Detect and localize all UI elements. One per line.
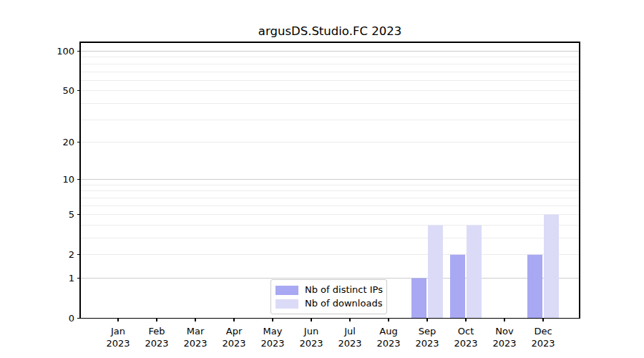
legend-label-downloads: Nb of downloads [305,299,382,309]
y-tick-label-2: 2 [69,249,74,260]
x-tick-label-year-jun: 2023 [299,338,323,349]
x-tick-label-month-jun: Jun [303,326,318,337]
x-tick-label-year-may: 2023 [260,338,284,349]
legend: Nb of distinct IPs Nb of downloads [270,279,387,314]
legend-label-distinct-ips: Nb of distinct IPs [305,285,383,295]
x-tick-label-month-jul: Jul [343,326,356,337]
y-tick-label-0: 0 [69,313,74,324]
x-tick-label-month-feb: Feb [148,326,165,337]
x-tick-label-month-sep: Sep [419,326,436,337]
y-tick-label-5: 5 [69,209,74,220]
bar-sep-distinct-ips [411,278,426,318]
x-tick-label-year-oct: 2023 [454,338,477,349]
x-tick-label-year-feb: 2023 [145,338,168,349]
bar-dec-distinct-ips [527,255,542,319]
x-tick-label-year-dec: 2023 [531,338,555,349]
legend-swatch-distinct-ips [275,286,298,295]
bar-sep-downloads [428,225,443,318]
x-tick-label-month-jan: Jan [110,326,125,337]
x-tick-label-year-sep: 2023 [415,338,439,349]
figure: 0125102050100Jan2023Feb2023Mar2023Apr202… [0,0,644,358]
x-tick-label-month-may: May [263,326,283,337]
x-tick-label-month-nov: Nov [495,326,514,337]
legend-item-downloads: Nb of downloads [275,299,383,309]
plot-area-border [80,42,580,319]
x-tick-label-year-nov: 2023 [492,338,516,349]
bar-dec-downloads [544,215,559,319]
x-tick-label-month-oct: Oct [458,326,474,337]
x-tick-label-month-mar: Mar [187,326,205,337]
x-tick-label-year-aug: 2023 [376,338,400,349]
y-tick-label-100: 100 [57,46,74,57]
y-tick-label-20: 20 [62,137,74,147]
y-tick-label-10: 10 [62,174,74,185]
x-tick-label-month-apr: Apr [226,326,243,337]
legend-swatch-downloads [275,299,298,309]
legend-item-distinct-ips: Nb of distinct IPs [275,285,383,295]
chart-title: argusDS.Studio.FC 2023 [80,24,580,38]
y-tick-label-50: 50 [62,85,74,96]
x-tick-label-year-apr: 2023 [222,338,245,349]
x-tick-label-year-jan: 2023 [106,338,130,349]
x-tick-label-year-jul: 2023 [338,338,361,349]
x-tick-label-month-aug: Aug [379,326,397,337]
x-tick-label-month-dec: Dec [534,326,552,337]
bar-oct-downloads [467,225,482,318]
y-tick-label-1: 1 [69,273,74,284]
bar-oct-distinct-ips [450,255,465,319]
x-tick-label-year-mar: 2023 [183,338,207,349]
